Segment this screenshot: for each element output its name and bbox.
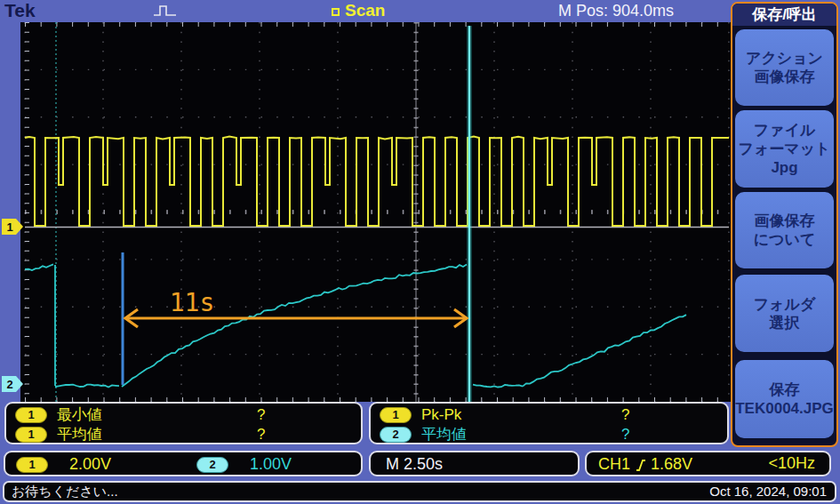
trigger-frequency: <10Hz — [768, 454, 815, 473]
channel-2-badge: 2 — [380, 427, 412, 443]
measurement-label: 平均値 — [57, 424, 102, 444]
measurement-row: 1 最小値 ? — [15, 405, 102, 424]
acquisition-mode-label: Scan — [345, 1, 385, 20]
menu-button-line: 画像保存 — [755, 212, 815, 230]
tek-logo: Tek — [4, 0, 36, 21]
channel-1-badge: 1 — [15, 427, 47, 443]
ch2-volts-per-div: 1.00V — [250, 455, 292, 474]
channel-1-badge: 1 — [380, 407, 412, 423]
scan-square-icon — [332, 8, 340, 16]
measurement-box-left: 1 最小値 ? 1 平均値 ? — [4, 402, 363, 444]
svg-text:2: 2 — [6, 378, 12, 391]
timebase-readout: M 2.50s — [386, 455, 443, 474]
measurement-value: ? — [257, 426, 265, 444]
waveform-display: 11s12 — [0, 22, 731, 402]
measurement-value: ? — [621, 426, 629, 444]
menu-button-action-save-image[interactable]: アクション 画像保存 — [735, 29, 834, 106]
menu-button-line: ファイル — [754, 121, 816, 140]
date-time: Oct 16, 2024, 09:01 — [709, 484, 827, 499]
oscilloscope-screen: Tek Scan M Pos: 904.0ms 11s12 保存/呼出 アクショ… — [0, 0, 840, 504]
svg-text:1: 1 — [6, 220, 12, 234]
menu-button-line: フォルダ — [754, 295, 816, 314]
menu-button-about-image-save[interactable]: 画像保存 について — [735, 192, 834, 268]
interval-label: 11s — [170, 288, 215, 317]
rising-edge-icon — [636, 459, 646, 472]
ch2-trace — [25, 264, 686, 387]
menu-button-line: 選択 — [770, 314, 800, 332]
waveform-display-area: 11s12 — [0, 22, 731, 402]
measurement-row: 2 平均値 ? — [380, 425, 467, 444]
measurement-row: 1 平均値 ? — [15, 425, 102, 444]
channel-scale-box: 1 2.00V 2 1.00V — [4, 451, 363, 476]
save-recall-menu: 保存/呼出 アクション 画像保存 ファイル フォーマット Jpg 画像保存 につ… — [731, 2, 838, 447]
menu-button-line: フォーマット — [739, 140, 831, 158]
timebase-box: M 2.50s — [369, 451, 580, 476]
measurement-value: ? — [621, 406, 629, 424]
trigger-level: 1.68V — [651, 455, 692, 474]
status-message: お待ちください... — [12, 484, 118, 500]
menu-title: 保存/呼出 — [732, 4, 836, 26]
horizontal-position-readout: M Pos: 904.0ms — [558, 2, 674, 20]
trigger-mode-pulse-icon — [153, 4, 178, 19]
acquisition-mode-indicator: Scan — [332, 1, 385, 20]
channel-1-badge: 1 — [15, 407, 47, 423]
channel-1-badge: 1 — [16, 457, 48, 473]
measurement-value: ? — [257, 406, 265, 424]
ch1-volts-per-div: 2.00V — [69, 455, 111, 474]
menu-button-file-format[interactable]: ファイル フォーマット Jpg — [735, 110, 834, 188]
measurement-label: 平均値 — [421, 424, 467, 444]
top-status-bar: Tek Scan M Pos: 904.0ms — [0, 0, 840, 22]
menu-button-line: アクション — [746, 49, 823, 68]
menu-button-select-folder[interactable]: フォルダ 選択 — [735, 275, 834, 352]
menu-button-line: について — [754, 230, 816, 249]
measurement-label: Pk-Pk — [421, 406, 461, 424]
channel-2-badge: 2 — [196, 457, 228, 473]
menu-button-line: TEK0004.JPG — [735, 399, 834, 418]
ch1-trace — [25, 137, 729, 226]
measurement-box-right: 1 Pk-Pk ? 2 平均値 ? — [369, 402, 729, 444]
menu-button-line: 保存 — [770, 380, 800, 399]
measurement-row: 1 Pk-Pk ? — [380, 405, 461, 424]
menu-button-line: 画像保存 — [755, 68, 815, 86]
trigger-source: CH1 — [598, 455, 630, 474]
trigger-info-box: CH1 1.68V <10Hz — [585, 451, 831, 476]
status-bar: お待ちください... Oct 16, 2024, 09:01 — [3, 481, 836, 502]
measurement-label: 最小値 — [57, 404, 102, 425]
menu-button-line: Jpg — [771, 158, 797, 177]
menu-button-save-file[interactable]: 保存 TEK0004.JPG — [735, 360, 834, 438]
